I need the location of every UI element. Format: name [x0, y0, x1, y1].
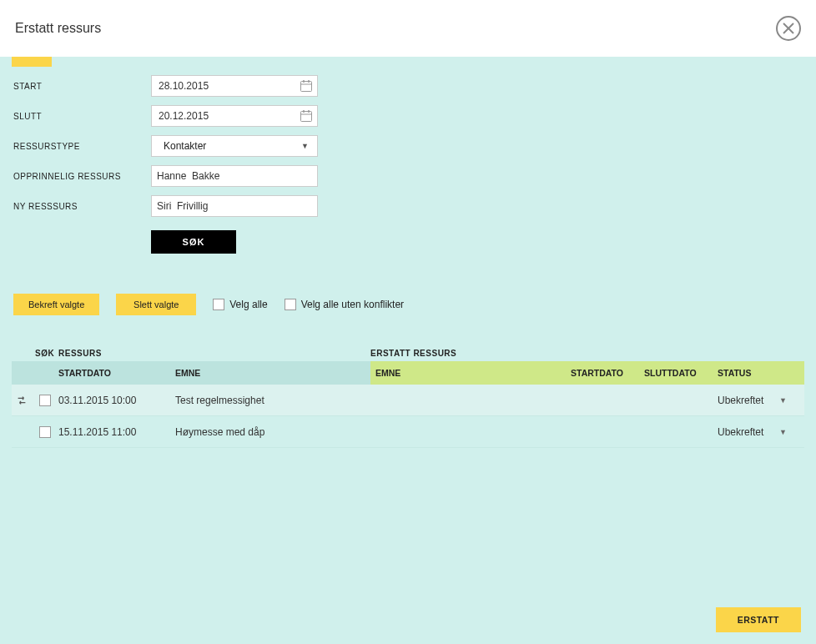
checkbox-icon [213, 299, 224, 310]
td-startdato: 03.11.2015 10:00 [58, 395, 175, 406]
th-startdato: STARTDATO [58, 368, 175, 378]
row-checkbox[interactable] [32, 426, 58, 438]
th-status: STATUS [718, 368, 784, 378]
opprinnelig-label: OPPRINNELIG RESSURS [13, 172, 151, 181]
ressurstype-label: RESSURSTYPE [13, 142, 151, 151]
row-expand-icon[interactable]: ▼ [779, 428, 796, 436]
table-row[interactable]: 03.11.2015 10:00 Test regelmessighet Ube… [12, 385, 804, 416]
close-icon [783, 23, 794, 34]
chevron-down-icon: ▼ [301, 142, 309, 150]
opprinnelig-ressurs-input[interactable] [151, 165, 318, 187]
td-status: Ubekreftet [718, 395, 779, 406]
table-row[interactable]: 15.11.2015 11:00 Høymesse med dåp Ubekre… [12, 416, 804, 448]
ressurstype-value: Kontakter [164, 140, 206, 152]
th-emne2: EMNE [370, 368, 571, 378]
superheader-ressurs: RESSURS [58, 349, 102, 358]
td-startdato: 15.11.2015 11:00 [58, 426, 175, 438]
search-form: START SLUTT RESSURSTYPE Kontakter ▼ [0, 67, 816, 254]
bekreft-valgte-button[interactable]: Bekreft valgte [13, 294, 99, 315]
modal-title: Erstatt ressurs [15, 21, 101, 36]
velg-alle-uten-checkbox[interactable]: Velg alle uten konflikter [285, 299, 404, 310]
velg-alle-checkbox[interactable]: Velg alle [213, 299, 267, 310]
table-header-row: STARTDATO EMNE EMNE STARTDATO SLUTTDATO … [12, 361, 804, 385]
td-emne: Høymesse med dåp [175, 426, 370, 438]
swap-icon [12, 395, 32, 406]
slutt-date-input[interactable] [151, 105, 318, 127]
footer: ERSTATT [716, 607, 801, 632]
checkbox-icon [285, 299, 296, 310]
td-emne: Test regelmessighet [175, 395, 370, 406]
start-date-input[interactable] [151, 75, 318, 97]
modal-content: START SLUTT RESSURSTYPE Kontakter ▼ [0, 57, 816, 644]
start-label: START [13, 82, 151, 91]
close-button[interactable] [776, 16, 801, 41]
superheader-erstatt: ERSTATT RESSURS [370, 349, 456, 358]
ny-ressurs-input[interactable] [151, 195, 318, 217]
row-checkbox[interactable] [32, 395, 58, 406]
bulk-actions: Bekreft valgte Slett valgte Velg alle Ve… [13, 294, 816, 315]
ressurstype-select[interactable]: Kontakter ▼ [151, 135, 318, 157]
row-expand-icon[interactable]: ▼ [779, 396, 796, 405]
modal-header: Erstatt ressurs [0, 0, 816, 57]
erstatt-button[interactable]: ERSTATT [716, 607, 801, 632]
slutt-label: SLUTT [13, 112, 151, 121]
yellow-notch [12, 57, 52, 67]
velg-alle-label: Velg alle [229, 299, 267, 310]
td-status: Ubekreftet [718, 426, 779, 438]
search-button[interactable]: SØK [151, 230, 236, 254]
velg-alle-uten-label: Velg alle uten konflikter [301, 299, 404, 310]
results-table: SØK RESSURS ERSTATT RESSURS STARTDATO EM… [12, 349, 804, 448]
table-superheader: SØK RESSURS ERSTATT RESSURS [12, 349, 804, 361]
th-sluttdato: SLUTTDATO [644, 368, 718, 378]
superheader-sok: SØK [35, 349, 58, 358]
th-startdato2: STARTDATO [571, 368, 644, 378]
slett-valgte-button[interactable]: Slett valgte [116, 294, 196, 315]
ny-ressurs-label: NY RESSSURS [13, 202, 151, 211]
th-emne: EMNE [175, 368, 370, 378]
